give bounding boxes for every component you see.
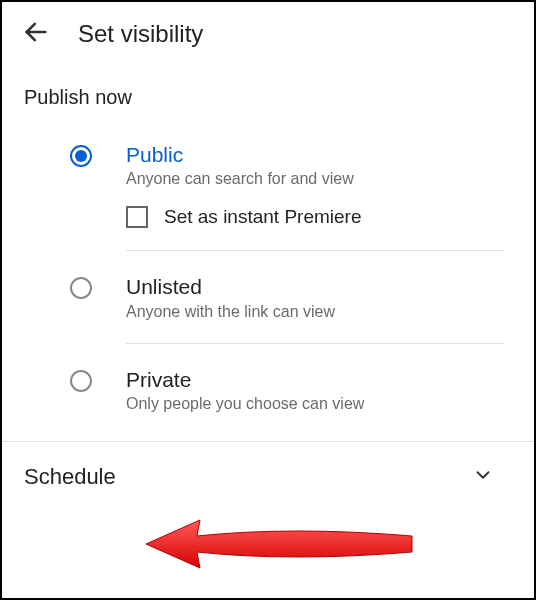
radio-private[interactable] [70,370,92,392]
page-title: Set visibility [78,20,203,48]
chevron-down-icon [472,464,494,490]
premiere-row: Set as instant Premiere [126,206,504,228]
annotation-arrow-icon [142,514,422,574]
option-private-title: Private [126,366,504,393]
option-public[interactable]: Public Anyone can search for and view Se… [2,123,534,246]
option-divider [126,250,504,251]
option-private[interactable]: Private Only people you choose can view [2,348,534,431]
publish-now-label: Publish now [2,58,534,123]
schedule-row[interactable]: Schedule [2,442,534,512]
option-private-desc: Only people you choose can view [126,395,504,413]
header: Set visibility [2,2,534,58]
option-unlisted-desc: Anyone with the link can view [126,303,504,321]
premiere-checkbox[interactable] [126,206,148,228]
option-unlisted-title: Unlisted [126,273,504,300]
visibility-options: Public Anyone can search for and view Se… [2,123,534,431]
option-public-desc: Anyone can search for and view [126,170,504,188]
option-divider [126,343,504,344]
schedule-label: Schedule [24,464,116,490]
option-unlisted[interactable]: Unlisted Anyone with the link can view [2,255,534,338]
option-public-content: Public Anyone can search for and view Se… [70,141,504,228]
option-public-title: Public [126,141,504,168]
radio-public[interactable] [70,145,92,167]
option-unlisted-content: Unlisted Anyone with the link can view [70,273,504,320]
premiere-label: Set as instant Premiere [164,206,361,228]
back-arrow-icon[interactable] [22,18,50,50]
option-private-content: Private Only people you choose can view [70,366,504,413]
